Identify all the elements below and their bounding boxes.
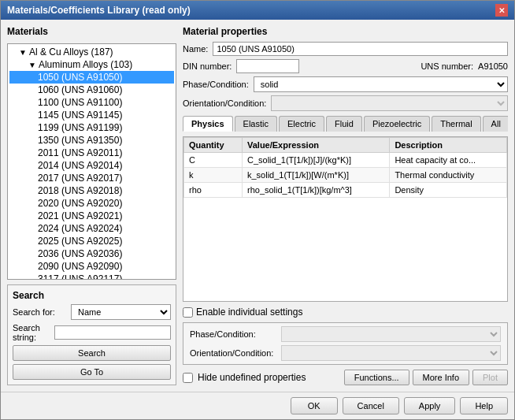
tree-item-label: Aluminum Alloys (103)	[39, 59, 132, 70]
tree-item-label: 2018 (UNS A92018)	[38, 185, 122, 196]
materials-tree[interactable]: ▼ Al & Cu Alloys (187) ▼ Aluminum Alloys…	[7, 43, 176, 280]
tab-physics[interactable]: Physics	[183, 116, 233, 132]
search-for-row: Search for: Name Description Tag	[13, 304, 171, 320]
settings-orientation-select[interactable]	[281, 345, 501, 361]
tree-item-label: 1050 (UNS A91050)	[38, 72, 122, 83]
tree-item-2018[interactable]: 2018 (UNS A92018)	[9, 184, 174, 197]
cell-value: rho_solid_1(T[1/k])[kg/m^3]	[242, 183, 389, 198]
enable-settings-row: Enable individual settings	[183, 307, 508, 318]
tree-item-label: 1199 (UNS A91199)	[38, 122, 122, 133]
tree-item-label: 1145 (UNS A91145)	[38, 110, 122, 121]
main-window: Materials/Coefficients Library (read onl…	[0, 0, 515, 420]
tab-elastic[interactable]: Elastic	[235, 116, 277, 132]
ok-button[interactable]: OK	[291, 397, 338, 414]
search-section: Search Search for: Name Description Tag …	[7, 284, 176, 385]
tree-item-3117[interactable]: 3117 (UNS A92117)	[9, 273, 174, 280]
orientation-row: Orientation/Condition:	[183, 95, 508, 111]
tab-thermal[interactable]: Thermal	[432, 116, 480, 132]
din-input[interactable]	[236, 59, 299, 73]
expand-icon: ▼	[28, 61, 36, 69]
tree-item-label: 1350 (UNS A91350)	[38, 135, 122, 146]
orientation-select[interactable]	[271, 95, 508, 111]
functions-button[interactable]: Functions...	[344, 370, 409, 385]
cell-value: C_solid_1(T[1/k])[J]/(kg*K)]	[242, 153, 389, 168]
tree-item-1100[interactable]: 1100 (UNS A91100)	[9, 96, 174, 109]
more-info-button[interactable]: More Info	[413, 370, 469, 385]
col-quantity: Quantity	[184, 138, 243, 153]
enable-settings-checkbox[interactable]	[183, 307, 193, 318]
name-input[interactable]	[213, 42, 508, 56]
cell-description: Density	[390, 183, 507, 198]
materials-label: Materials	[7, 26, 176, 37]
window-title: Materials/Coefficients Library (read onl…	[7, 5, 191, 16]
hide-undefined-label: Hide undefined properties	[198, 372, 306, 383]
left-panel: Materials ▼ Al & Cu Alloys (187) ▼ Alumi…	[7, 26, 176, 385]
tree-item-2011[interactable]: 2011 (UNS A92011)	[9, 147, 174, 159]
uns-label: UNS number:	[421, 61, 473, 71]
col-description: Description	[390, 138, 507, 153]
goto-button[interactable]: Go To	[13, 364, 171, 380]
tree-item-label: 1100 (UNS A91100)	[38, 97, 122, 108]
plot-button[interactable]: Plot	[472, 370, 508, 385]
cell-quantity: rho	[184, 183, 243, 198]
properties-table-wrapper[interactable]: Quantity Value/Expression Description C …	[183, 137, 507, 301]
help-button[interactable]: Help	[460, 397, 508, 414]
tab-electric[interactable]: Electric	[279, 116, 324, 132]
col-value: Value/Expression	[242, 138, 389, 153]
tree-item-label: Al & Cu Alloys (187)	[29, 46, 113, 58]
search-string-label: Search string:	[13, 323, 51, 342]
enable-settings-label: Enable individual settings	[196, 307, 302, 318]
apply-button[interactable]: Apply	[404, 397, 456, 414]
cell-description: Heat capacity at co...	[390, 153, 507, 168]
tree-item-2025[interactable]: 2025 (UNS A92025)	[9, 235, 174, 247]
search-heading: Search	[13, 290, 171, 301]
search-string-input[interactable]	[54, 325, 171, 340]
tree-item-1199[interactable]: 1199 (UNS A91199)	[9, 121, 174, 134]
table-row: C C_solid_1(T[1/k])[J]/(kg*K)] Heat capa…	[184, 153, 507, 168]
tree-item-1350[interactable]: 1350 (UNS A91350)	[9, 134, 174, 147]
tree-item-root[interactable]: ▼ Al & Cu Alloys (187)	[9, 46, 174, 58]
settings-group: Phase/Condition: Orientation/Condition:	[183, 322, 508, 365]
material-props-label: Material properties	[183, 26, 508, 37]
tree-item-label: 2017 (UNS A92017)	[38, 173, 122, 184]
din-label: DIN number:	[183, 61, 232, 71]
physics-tabs: Physics Elastic Electric Fluid Piezoelec…	[183, 116, 508, 132]
tab-all[interactable]: All	[483, 116, 508, 132]
cell-value: k_solid_1(T[1/k])[W/(m*K)]	[242, 168, 389, 183]
tree-item-2024[interactable]: 2024 (UNS A92024)	[9, 222, 174, 235]
phase-select[interactable]: solid liquid gas	[254, 76, 508, 92]
right-panel: Material properties Name: DIN number: UN…	[183, 26, 508, 385]
settings-orientation-label: Orientation/Condition:	[190, 348, 276, 358]
tree-item-aluminum[interactable]: ▼ Aluminum Alloys (103)	[9, 58, 174, 71]
tree-item-2036[interactable]: 2036 (UNS A92036)	[9, 247, 174, 260]
tree-item-label: 3117 (UNS A92117)	[38, 273, 122, 280]
tree-item-label: 2025 (UNS A92025)	[38, 236, 122, 247]
tree-item-2021[interactable]: 2021 (UNS A92021)	[9, 210, 174, 222]
tree-item-2017[interactable]: 2017 (UNS A92017)	[9, 172, 174, 184]
tab-piezoelectric[interactable]: Piezoelectric	[364, 116, 430, 132]
tab-fluid[interactable]: Fluid	[326, 116, 362, 132]
tab-content: Quantity Value/Expression Description C …	[183, 136, 508, 302]
hide-undefined-checkbox[interactable]	[183, 373, 193, 383]
dialog-footer: OK Cancel Apply Help	[1, 392, 514, 419]
search-for-select[interactable]: Name Description Tag	[71, 304, 171, 320]
phase-label: Phase/Condition:	[183, 80, 249, 89]
bottom-buttons: Functions... More Info Plot	[344, 370, 508, 385]
tree-item-2020[interactable]: 2020 (UNS A92020)	[9, 197, 174, 210]
name-row: Name:	[183, 42, 508, 56]
cancel-button[interactable]: Cancel	[343, 397, 399, 414]
settings-orientation-row: Orientation/Condition:	[190, 345, 501, 361]
bottom-row: Hide undefined properties Functions... M…	[183, 370, 508, 385]
close-button[interactable]: ✕	[495, 4, 508, 17]
uns-value: A91050	[478, 61, 508, 71]
tree-item-label: 2024 (UNS A92024)	[38, 223, 122, 234]
tree-item-label: 2021 (UNS A92021)	[38, 210, 122, 221]
tree-item-2014[interactable]: 2014 (UNS A92014)	[9, 159, 174, 172]
tree-item-label: 2014 (UNS A92014)	[38, 160, 122, 171]
tree-item-2090[interactable]: 2090 (UNS A92090)	[9, 260, 174, 273]
tree-item-1060[interactable]: 1060 (UNS A91060)	[9, 84, 174, 96]
tree-item-1145[interactable]: 1145 (UNS A91145)	[9, 109, 174, 121]
settings-phase-select[interactable]	[281, 326, 501, 342]
search-button[interactable]: Search	[13, 345, 171, 361]
tree-item-1050[interactable]: 1050 (UNS A91050)	[9, 71, 174, 84]
